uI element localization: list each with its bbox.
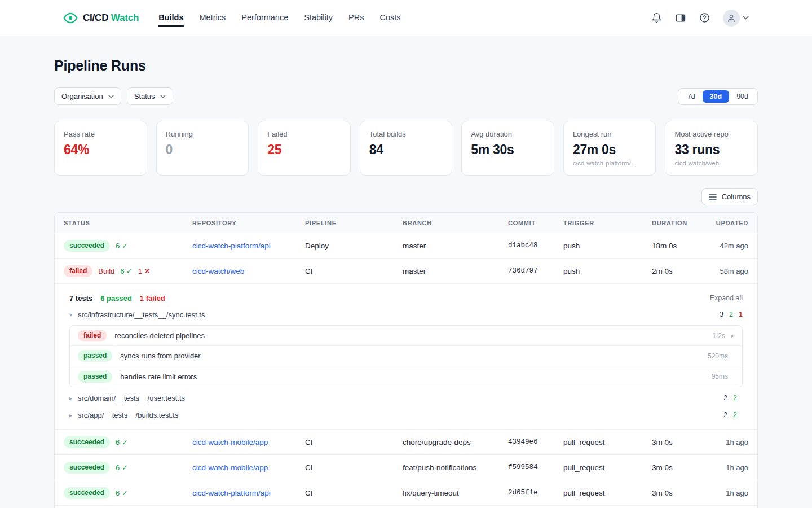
table-header-row: STATUS REPOSITORY PIPELINE BRANCH COMMIT… [55, 213, 757, 233]
table-row[interactable]: failed Build 6 ✓ 1 ✕ cicd-watch/web CI m… [55, 259, 757, 284]
stat-value: 84 [369, 142, 443, 157]
stats-row: Pass rate 64% Running 0 Failed 25 Total … [54, 121, 758, 176]
filters: Organisation Status [54, 87, 173, 105]
test-file-row[interactable]: ▸ src/domain/__tests__/user.test.ts 2 2 [69, 391, 743, 405]
tests-failed: 1 failed [140, 294, 165, 303]
test-duration: 95ms [712, 373, 728, 380]
stat-label: Pass rate [64, 130, 138, 138]
range-option-30d[interactable]: 30d [703, 90, 730, 103]
stat-value: 33 runs [674, 142, 748, 157]
organisation-filter-label: Organisation [61, 92, 103, 100]
updated-cell: 42m ago [708, 242, 748, 250]
columns-icon [709, 194, 717, 200]
test-case-name: syncs runs from provider [120, 352, 200, 360]
stat-value: 25 [267, 142, 341, 157]
branch-cell: fix/query-timeout [403, 489, 508, 497]
repository-link[interactable]: cicd-watch-mobile/app [192, 463, 268, 472]
columns-button-label: Columns [722, 192, 751, 201]
repository-link[interactable]: cicd-watch-mobile/app [192, 438, 268, 446]
status-badge: succeeded [64, 462, 110, 474]
test-duration: 520ms [708, 352, 728, 360]
commit-cell: 43949e6 [508, 438, 563, 446]
repository-cell: cicd-watch-platform/api [192, 489, 305, 497]
time-range-segmented-control: 7d 30d 90d [678, 88, 758, 105]
checks-passed: 6 ✓ [116, 438, 128, 446]
test-file-row[interactable]: ▾ src/infrastructure/__tests__/sync.test… [69, 307, 743, 322]
test-case-meta: 95ms [712, 373, 734, 380]
updated-cell: 1h ago [708, 463, 748, 472]
test-status-badge: passed [78, 371, 112, 383]
pipeline-runs-table: STATUS REPOSITORY PIPELINE BRANCH COMMIT… [54, 212, 758, 508]
commit-cell: 736d797 [508, 267, 563, 275]
repository-cell: cicd-watch/web [192, 267, 305, 275]
range-option-90d[interactable]: 90d [729, 90, 756, 103]
nav-item-stability[interactable]: Stability [303, 10, 333, 27]
repository-link[interactable]: cicd-watch-platform/api [192, 242, 271, 250]
columns-button[interactable]: Columns [701, 188, 758, 205]
notifications-bell-icon[interactable] [651, 12, 662, 23]
stat-value: 64% [64, 142, 138, 157]
test-file-counts: 2 2 [723, 394, 743, 402]
chevron-down-icon [108, 95, 114, 98]
table-row[interactable]: succeeded 6 ✓ cicd-watch-mobile/app CI c… [55, 430, 757, 455]
stat-label: Most active repo [674, 130, 748, 138]
test-file-row[interactable]: ▸ src/app/__tests__/builds.test.ts 2 2 [69, 408, 743, 422]
nav-item-metrics[interactable]: Metrics [199, 10, 227, 27]
duration-cell: 3m 0s [652, 463, 708, 472]
count-total: 3 [720, 310, 723, 318]
status-badge: succeeded [64, 487, 110, 499]
trigger-cell: push [563, 242, 652, 250]
test-status-badge: passed [78, 350, 112, 362]
stat-label: Avg duration [471, 130, 545, 138]
test-file-path: src/infrastructure/__tests__/sync.test.t… [78, 310, 205, 319]
count-passed: 2 [733, 394, 737, 402]
help-icon[interactable] [699, 12, 710, 23]
table-row[interactable]: succeeded 6 ✓ cicd-watch-platform/api CI… [55, 480, 757, 506]
stat-value: 27m 0s [573, 142, 647, 157]
stat-card-total-builds: Total builds 84 [360, 121, 453, 176]
expand-all-button[interactable]: Expand all [710, 294, 743, 302]
stat-card-failed: Failed 25 [258, 121, 351, 176]
branch-cell: chore/upgrade-deps [403, 438, 508, 446]
stat-card-longest-run: Longest run 27m 0s cicd-watch-platform/.… [563, 121, 656, 176]
pipeline-cell: CI [305, 463, 403, 472]
nav-item-prs[interactable]: PRs [348, 10, 364, 27]
nav-item-builds[interactable]: Builds [158, 10, 184, 27]
test-summary-row: 7 tests 6 passed 1 failed Expand all [69, 291, 743, 305]
stat-label: Longest run [573, 130, 647, 138]
table-row[interactable]: succeeded 6 ✓ cicd-watch-platform/api De… [55, 233, 757, 259]
test-case-row[interactable]: failed reconciles deleted pipelines 1.2s… [70, 326, 742, 346]
status-filter-dropdown[interactable]: Status [127, 87, 173, 105]
brand[interactable]: CI/CD Watch [63, 11, 139, 25]
pipeline-cell: CI [305, 267, 403, 275]
tests-total: 7 tests [69, 294, 92, 303]
branch-cell: feat/push-notifications [403, 463, 508, 472]
stat-label: Failed [267, 130, 341, 138]
updated-cell: 1h ago [708, 438, 748, 446]
nav-item-performance[interactable]: Performance [241, 10, 289, 27]
updated-cell: 58m ago [708, 267, 748, 275]
repository-link[interactable]: cicd-watch/web [192, 267, 244, 275]
user-menu[interactable] [723, 10, 749, 27]
test-case-row[interactable]: passed handles rate limit errors 95ms [70, 366, 742, 387]
organisation-filter-dropdown[interactable]: Organisation [54, 87, 121, 105]
branch-cell: master [403, 242, 508, 250]
col-header-commit: COMMIT [508, 220, 563, 226]
repository-link[interactable]: cicd-watch-platform/api [192, 489, 271, 497]
col-header-duration: DURATION [652, 220, 708, 226]
trigger-cell: push [563, 267, 652, 275]
test-case-row[interactable]: passed syncs runs from provider 520ms [70, 346, 742, 366]
caret-down-icon: ▾ [69, 312, 78, 318]
count-passed: 2 [729, 310, 733, 318]
checks-failed: 1 ✕ [138, 267, 151, 275]
duration-cell: 3m 0s [652, 438, 708, 446]
stat-label: Total builds [369, 130, 443, 138]
range-option-7d[interactable]: 7d [680, 90, 703, 103]
updated-cell: 1h ago [708, 489, 748, 497]
table-row[interactable]: succeeded 6 ✓ cicd-watch-mobile/app CI f… [55, 455, 757, 480]
table-toolbar: Columns [54, 188, 758, 205]
status-badge: succeeded [64, 436, 110, 448]
nav-item-costs[interactable]: Costs [379, 10, 401, 27]
side-panel-icon[interactable] [675, 12, 686, 24]
avatar [723, 10, 740, 27]
